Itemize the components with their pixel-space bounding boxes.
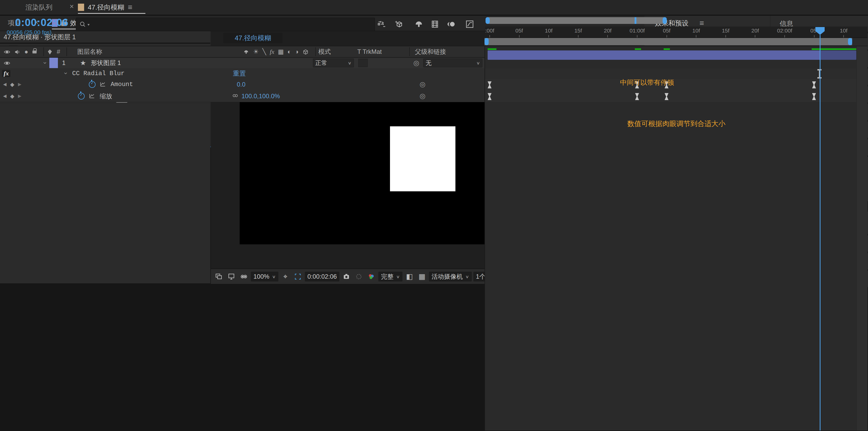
panel-menu-icon[interactable]: ≡ [700, 19, 704, 28]
layer-name[interactable]: 形状图层 1 [91, 59, 121, 67]
grid-guides-icon[interactable]: ⌖ [280, 271, 291, 282]
label-color-icon[interactable] [46, 48, 53, 56]
column-graph-divider[interactable] [485, 46, 485, 430]
timeline-column-headers: ● # 图层名称 ☀ ╲ fx ▦ ◐ ◑ 模式 T TrkMat 父级和链接 [0, 46, 485, 58]
property-value[interactable]: 100.0,100.0% [242, 92, 280, 100]
keyframe-icon[interactable] [665, 93, 669, 100]
show-channels-icon[interactable] [366, 271, 377, 282]
trkmat-cell[interactable] [358, 59, 368, 67]
link-dimensions-icon[interactable] [232, 92, 239, 100]
blend-mode-dropdown[interactable]: 正常 ∨ [313, 58, 354, 67]
layer-duration-bar[interactable] [488, 51, 856, 60]
layer-color-swatch[interactable] [49, 58, 58, 68]
navigator-start-handle[interactable] [486, 17, 490, 24]
transparency-grid-icon[interactable]: ▦ [416, 271, 427, 282]
work-area-bar[interactable] [485, 38, 852, 45]
mode-column-header[interactable]: 模式 [318, 48, 357, 56]
property-name[interactable]: Amount [111, 81, 133, 88]
region-of-interest-icon[interactable] [292, 271, 303, 282]
magnification-dropdown[interactable]: 100% ∨ [251, 271, 278, 282]
motion-blur-switch-icon[interactable]: ◐ [287, 48, 291, 55]
keyframe-icon[interactable] [812, 93, 816, 100]
frame-blend-switch-icon[interactable]: ▦ [278, 48, 284, 55]
time-navigator[interactable] [486, 17, 667, 24]
keyframe-icon[interactable] [488, 93, 492, 100]
layer-visibility-eye-icon[interactable] [4, 59, 10, 67]
time-ruler[interactable]: :00f05f10f15f20f01:00f05f10f15f20f02:00f… [485, 27, 867, 38]
work-area-start-handle[interactable] [485, 38, 489, 45]
channel-eyes-icon[interactable] [238, 271, 249, 282]
resolution-dropdown[interactable]: 完整 ∨ [378, 271, 402, 282]
shape-layer-rectangle[interactable] [390, 126, 456, 191]
parent-pickwhip-icon[interactable]: ◎ [413, 59, 419, 67]
property-row-amount[interactable]: ◀◆▶ Amount 0.0 ◎ [0, 79, 485, 90]
ruler-label: :00f [485, 28, 494, 34]
keyframe-icon[interactable] [488, 81, 492, 88]
navigator-end-handle[interactable] [662, 17, 667, 24]
amount-keyframe-track[interactable] [485, 79, 867, 91]
video-eye-icon[interactable] [4, 48, 10, 56]
property-row-scale[interactable]: ◀◆▶ 缩放 100.0,100.0% ◎ [0, 90, 485, 102]
shy-switch-icon[interactable] [243, 48, 250, 56]
draft-3d-icon[interactable] [393, 18, 405, 30]
graph-editor-icon[interactable] [464, 18, 476, 30]
property-value[interactable]: 0.0 [237, 81, 245, 88]
fx-switch-icon[interactable]: fx [270, 48, 274, 55]
frame-blending-icon[interactable] [429, 18, 441, 30]
pickwhip-icon[interactable]: ◎ [420, 92, 426, 100]
tab-close-icon[interactable]: × [70, 2, 74, 11]
tab-timeline-comp[interactable]: 47.径向模糊 ≡ [78, 0, 146, 15]
3d-switch-icon[interactable] [302, 48, 309, 56]
layer-expand-caret[interactable]: › [41, 62, 49, 64]
draft-switch-icon[interactable]: ╲ [262, 48, 266, 55]
solo-icon[interactable]: ● [24, 48, 28, 55]
lock-icon[interactable] [32, 48, 37, 56]
current-time-display[interactable]: 0:00:02:06 [305, 271, 339, 282]
parent-dropdown[interactable]: 无 ∨ [423, 58, 483, 67]
primary-viewer-icon[interactable] [226, 271, 237, 282]
scale-keyframe-track[interactable] [485, 91, 867, 103]
panel-menu-icon[interactable]: ≡ [128, 3, 132, 12]
playhead-line[interactable] [820, 35, 820, 430]
adjustment-switch-icon[interactable]: ◑ [295, 48, 299, 55]
next-keyframe-icon: ▶ [18, 93, 21, 99]
effect-name[interactable]: CC Radial Blur [72, 70, 125, 77]
effect-row[interactable]: fx › CC Radial Blur 重置 [0, 68, 485, 79]
layer-number-header[interactable]: # [57, 48, 60, 55]
timeline-graph-area[interactable]: 中间可以带有停顿 数值可根据肉眼调节到合适大小 [485, 46, 867, 430]
graph-toggle-icon[interactable] [99, 81, 106, 88]
snapshot-camera-icon[interactable] [341, 271, 352, 282]
keyframe-navigator[interactable]: ◀◆▶ [3, 81, 21, 88]
keyframe-icon[interactable] [812, 81, 816, 88]
stopwatch-icon-active[interactable] [89, 81, 96, 88]
hide-shy-layers-icon[interactable] [413, 18, 425, 30]
stopwatch-icon-active[interactable] [78, 93, 85, 99]
parent-column-header[interactable]: 父级和链接 [412, 48, 485, 56]
graph-toggle-icon[interactable] [88, 92, 96, 100]
trkmat-column-header[interactable]: T TrkMat [357, 48, 407, 55]
ruler-tick [666, 35, 667, 37]
work-area-end-handle[interactable] [848, 38, 852, 45]
effect-reset-link[interactable]: 重置 [233, 69, 246, 78]
always-preview-icon[interactable] [213, 271, 224, 282]
comp-breadcrumb-button[interactable]: 47.径向模糊 [223, 33, 282, 43]
annotation-mid: 中间可以带有停顿 [620, 78, 674, 87]
timeline-right-scroll-strip[interactable] [856, 46, 867, 430]
tab-render-queue[interactable]: 渲染队列 [26, 0, 53, 15]
mini-flowchart-icon[interactable] [376, 18, 388, 30]
property-name[interactable]: 缩放 [100, 92, 112, 100]
fast-previews-icon[interactable]: ◧ [404, 271, 415, 282]
active-camera-dropdown[interactable]: 活动摄像机 ∨ [429, 271, 472, 282]
motion-blur-icon[interactable] [445, 18, 458, 30]
timeline-search-box[interactable]: ▾ [76, 18, 375, 31]
layer-row[interactable]: › 1 ★ 形状图层 1 正常 ∨ ◎ 无 ∨ [0, 58, 485, 68]
collapse-switch-icon[interactable]: ☀ [253, 48, 259, 55]
keyframe-icon[interactable] [635, 93, 639, 100]
effect-expand-caret[interactable]: › [62, 72, 70, 74]
audio-speaker-icon[interactable] [14, 48, 21, 56]
pickwhip-icon[interactable]: ◎ [420, 80, 426, 88]
layer-name-header[interactable]: 图层名称 [78, 48, 102, 56]
keyframe-navigator[interactable]: ◀◆▶ [3, 93, 21, 99]
current-timecode[interactable]: 0:00:02:06 [15, 17, 68, 28]
show-snapshot-icon[interactable] [353, 271, 364, 282]
